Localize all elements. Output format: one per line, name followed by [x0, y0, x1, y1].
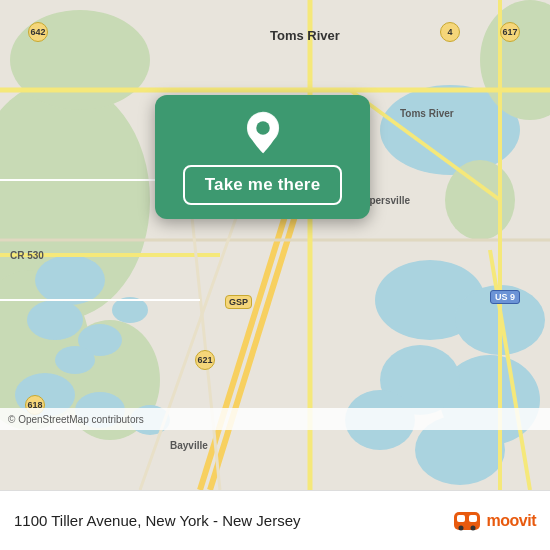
badge-617: 617 [500, 22, 520, 42]
svg-point-42 [470, 525, 475, 530]
svg-point-6 [27, 300, 83, 340]
location-pin-icon [241, 111, 285, 155]
attribution-text: © OpenStreetMap contributors [8, 414, 144, 425]
svg-point-5 [35, 255, 105, 305]
badge-642: 642 [28, 22, 48, 42]
cta-card: Take me there [155, 95, 370, 219]
badge-4: 4 [440, 22, 460, 42]
badge-621: 621 [195, 350, 215, 370]
take-me-there-button[interactable]: Take me there [183, 165, 343, 205]
badge-us9: US 9 [490, 290, 520, 304]
moovit-icon [452, 506, 482, 536]
svg-rect-40 [469, 515, 477, 522]
svg-point-37 [256, 121, 270, 135]
label-cr530: CR 530 [10, 250, 44, 261]
label-bayville: Bayville [170, 440, 208, 451]
svg-point-41 [458, 525, 463, 530]
svg-rect-39 [457, 515, 465, 522]
moovit-logo: moovit [452, 506, 536, 536]
map-container: 642 4 GSP US 9 617 618 621 Toms River To… [0, 0, 550, 490]
attribution-bar: © OpenStreetMap contributors [0, 408, 550, 430]
badge-gsp: GSP [225, 295, 252, 309]
location-text: 1100 Tiller Avenue, New York - New Jerse… [14, 512, 301, 529]
moovit-text: moovit [487, 512, 536, 530]
label-toms-river-water: Toms River [400, 108, 454, 119]
label-toms-river: Toms River [270, 28, 340, 43]
svg-point-21 [445, 160, 515, 240]
bottom-bar: 1100 Tiller Avenue, New York - New Jerse… [0, 490, 550, 550]
svg-point-8 [55, 346, 95, 374]
